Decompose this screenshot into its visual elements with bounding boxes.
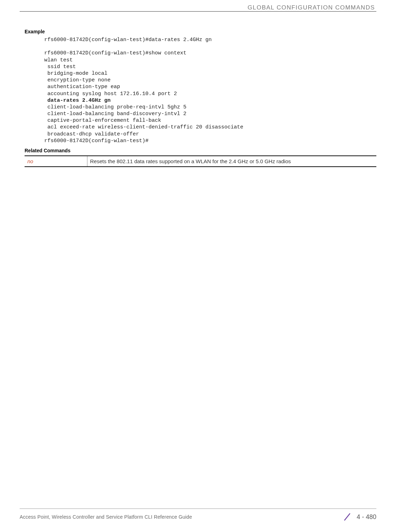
example-heading: Example — [25, 29, 376, 34]
code-line: rfs6000-81742D(config-wlan-test)#show co… — [44, 50, 186, 56]
code-line: wlan test — [44, 57, 73, 63]
code-line-highlighted: data-rates 2.4GHz gn — [44, 98, 111, 104]
code-line: broadcast-dhcp validate-offer — [44, 131, 139, 137]
footer-content: Access Point, Wireless Controller and Se… — [20, 512, 376, 521]
main-content: Example rfs6000-81742D(config-wlan-test)… — [25, 29, 376, 167]
page-header-title: GLOBAL CONFIGURATION COMMANDS — [248, 4, 375, 11]
code-line: rfs6000-81742D(config-wlan-test)# — [44, 138, 148, 144]
code-line: acl exceed-rate wireless-client-denied-t… — [44, 124, 243, 130]
code-line: encryption-type none — [44, 77, 111, 83]
command-desc-cell: Resets the 802.11 data rates supported o… — [87, 156, 376, 167]
page-footer: Access Point, Wireless Controller and Se… — [20, 508, 376, 521]
related-commands-table: no Resets the 802.11 data rates supporte… — [25, 155, 376, 167]
table-row: no Resets the 802.11 data rates supporte… — [25, 156, 376, 167]
related-commands-section: Related Commands no Resets the 802.11 da… — [25, 148, 376, 167]
command-name-cell: no — [25, 156, 87, 167]
code-line: bridging-mode local — [44, 71, 107, 77]
code-line: ssid test — [44, 64, 76, 70]
code-example-block: rfs6000-81742D(config-wlan-test)#data-ra… — [44, 36, 376, 144]
code-line: captive-portal-enforcement fall-back — [44, 118, 161, 124]
slash-divider-icon — [343, 512, 352, 521]
related-commands-heading: Related Commands — [25, 148, 376, 153]
svg-line-0 — [344, 513, 350, 520]
footer-guide-title: Access Point, Wireless Controller and Se… — [20, 514, 192, 520]
footer-divider — [20, 508, 376, 509]
code-line: authentication-type eap — [44, 84, 120, 90]
code-line: rfs6000-81742D(config-wlan-test)#data-ra… — [44, 37, 212, 43]
footer-right-group: 4 - 480 — [343, 512, 376, 521]
header-divider — [20, 11, 376, 12]
code-line: client-load-balancing band-discovery-int… — [44, 111, 186, 117]
code-line: client-load-balancing probe-req-intvl 5g… — [44, 104, 186, 110]
code-line: accounting syslog host 172.16.10.4 port … — [44, 91, 177, 97]
page-number: 4 - 480 — [357, 513, 376, 521]
